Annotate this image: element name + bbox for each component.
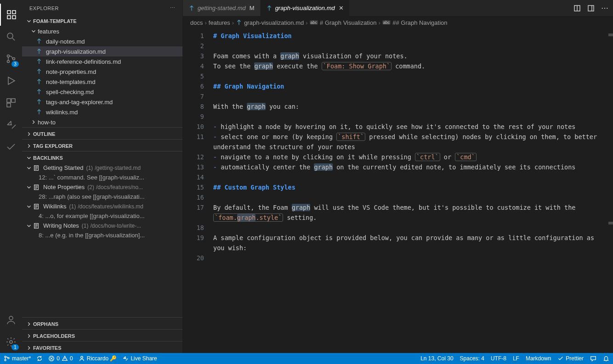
editor[interactable]: 1234567891011 121314151617 1819 20 # Gra… [183, 29, 613, 353]
chevron-down-icon [30, 28, 37, 34]
markdown-icon [188, 5, 195, 11]
share-icon[interactable] [0, 114, 22, 136]
markdown-icon [36, 38, 43, 45]
file-item[interactable]: note-templates.md [22, 77, 182, 87]
svg-point-7 [9, 316, 13, 320]
breadcrumb-item: abc# Graph Visualization [310, 19, 377, 26]
settings-badge: 1 [11, 344, 19, 350]
svg-point-16 [5, 359, 6, 361]
sidebar-more-icon[interactable]: ⋯ [170, 5, 176, 11]
file-item[interactable]: daily-notes.md [22, 36, 182, 46]
backlinks-list: Getting Started(1)/getting-started.md12:… [22, 163, 182, 240]
extensions-icon[interactable] [0, 92, 22, 114]
scm-icon[interactable]: 3 [0, 48, 22, 70]
markdown-icon [36, 89, 43, 95]
eol[interactable]: LF [513, 355, 519, 362]
backlink-excerpt[interactable]: 8: ...e (e.g. in the [[graph-visualizati… [22, 230, 182, 240]
chevron-right-icon [26, 345, 32, 351]
chevron-right-icon [30, 119, 37, 125]
breadcrumb-item: graph-visualization.md [236, 19, 304, 26]
section-favorites[interactable]: FAVORITES [22, 341, 182, 353]
settings-icon[interactable]: 1 [0, 331, 22, 353]
feedback-icon[interactable] [590, 355, 596, 362]
file-item[interactable]: link-reference-definitions.md [22, 56, 182, 67]
file-item[interactable]: note-properties.md [22, 67, 182, 77]
breadcrumb-item: features [209, 19, 230, 26]
cursor-position[interactable]: Ln 13, Col 30 [420, 355, 453, 362]
chevron-right-icon [26, 333, 32, 339]
bell-icon[interactable] [603, 355, 609, 362]
chevron-down-icon [26, 165, 32, 171]
file-item[interactable]: graph-visualization.md [22, 46, 182, 56]
chevron-down-icon [26, 203, 32, 210]
backlink-excerpt[interactable]: 28: ...raph (also see [[graph-visualizat… [22, 192, 182, 202]
layout-icon[interactable] [587, 5, 595, 12]
split-editor-icon[interactable] [573, 5, 581, 12]
backlink-item[interactable]: Getting Started(1)/getting-started.md [22, 163, 182, 173]
markdown-icon [36, 109, 43, 115]
more-icon[interactable]: ⋯ [601, 4, 608, 12]
tab[interactable]: graph-visualization.md✕ [261, 0, 350, 16]
chevron-down-icon [26, 223, 32, 229]
close-icon[interactable]: ✕ [339, 5, 344, 11]
svg-rect-14 [588, 6, 594, 11]
markdown-icon [266, 5, 272, 11]
tab[interactable]: getting-started.mdM [183, 0, 261, 16]
encoding[interactable]: UTF-8 [491, 355, 506, 362]
backlink-excerpt[interactable]: 4: ...o, for example [[graph-visualizati… [22, 211, 182, 221]
svg-rect-6 [7, 103, 11, 107]
markdown-icon [36, 68, 43, 75]
folder-features[interactable]: features [22, 26, 182, 36]
code[interactable]: # Graph Visualization Foam comes with a … [213, 29, 613, 353]
section-tag-explorer[interactable]: TAG EXPLORER [22, 139, 182, 151]
indent[interactable]: Spaces: 4 [460, 355, 484, 362]
folder-how-to[interactable]: how-to [22, 117, 182, 127]
language[interactable]: Markdown [526, 355, 551, 362]
backlink-excerpt[interactable]: 12: ...` command. See [[graph-visualiz..… [22, 173, 182, 182]
file-item[interactable]: wikilinks.md [22, 107, 182, 117]
editor-area: getting-started.mdMgraph-visualization.m… [183, 0, 613, 353]
explorer-icon[interactable] [0, 4, 22, 26]
chevron-right-icon [26, 131, 32, 137]
file-item[interactable]: tags-and-tag-explorer.md [22, 97, 182, 107]
search-icon[interactable] [0, 26, 22, 48]
account-icon[interactable] [0, 309, 22, 331]
problems[interactable]: 0 0 [48, 355, 73, 362]
activity-bar: 3 1 [0, 0, 22, 353]
check-icon[interactable] [0, 136, 22, 158]
minimap[interactable] [607, 29, 613, 353]
prettier[interactable]: Prettier [557, 355, 584, 362]
section-placeholders[interactable]: PLACEHOLDERS [22, 329, 182, 341]
svg-point-1 [7, 55, 10, 57]
section-root[interactable]: FOAM-TEMPLATE [22, 16, 182, 26]
svg-point-3 [13, 58, 15, 60]
live-share[interactable]: Live Share [122, 355, 157, 362]
markdown-icon [236, 19, 242, 26]
chevron-down-icon [26, 18, 32, 24]
symbol-icon: abc [382, 20, 391, 25]
symbol-icon: abc [310, 20, 318, 25]
user[interactable]: Riccardo 🔑 [79, 355, 117, 362]
backlink-item[interactable]: Note Properties(2)/docs/features/no... [22, 182, 182, 192]
section-orphans[interactable]: ORPHANS [22, 317, 182, 329]
markdown-icon [36, 78, 43, 85]
section-backlinks[interactable]: BACKLINKS [22, 151, 182, 163]
chevron-down-icon [26, 184, 32, 190]
run-icon[interactable] [0, 70, 22, 92]
modified-indicator: M [250, 5, 255, 11]
file-item[interactable]: spell-checking.md [22, 87, 182, 97]
git-branch[interactable]: master* [4, 355, 31, 362]
markdown-icon [36, 48, 43, 55]
svg-point-2 [7, 61, 10, 63]
sync-icon[interactable] [36, 355, 43, 362]
svg-rect-5 [11, 99, 15, 102]
svg-point-0 [7, 33, 13, 39]
chevron-right-icon [26, 143, 32, 149]
backlink-item[interactable]: Writing Notes(1)/docs/how-to/write-... [22, 221, 182, 230]
backlink-item[interactable]: Wikilinks(1)/docs/features/wikilinks.md [22, 202, 182, 211]
breadcrumbs[interactable]: docs › features › graph-visualization.md… [183, 16, 613, 29]
chevron-right-icon [26, 321, 32, 327]
section-outline[interactable]: OUTLINE [22, 127, 182, 139]
file-tree: features daily-notes.mdgraph-visualizati… [22, 26, 182, 127]
sidebar-title: EXPLORER [29, 6, 59, 11]
